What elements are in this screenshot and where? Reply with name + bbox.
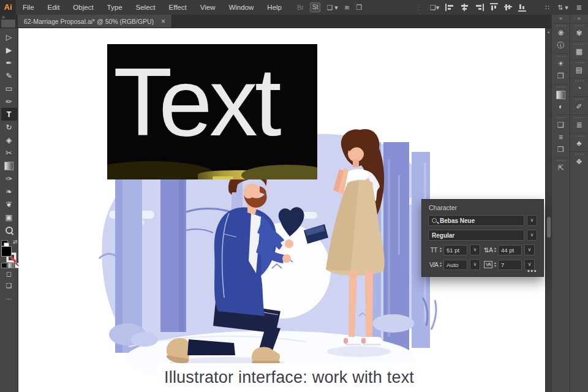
font-size-value[interactable]: 51 pt xyxy=(443,245,467,255)
drag-handle[interactable] xyxy=(557,86,565,88)
menu-file[interactable]: File xyxy=(16,0,41,15)
font-size-dropdown-icon[interactable]: ∨ xyxy=(470,244,480,255)
menu-view[interactable]: View xyxy=(194,0,222,15)
tracking-value[interactable]: 7 xyxy=(498,260,522,270)
workspace-switcher-icon[interactable]: ❏ ▾ xyxy=(326,4,337,12)
feather-icon[interactable]: ≋ xyxy=(344,4,350,12)
app-logo[interactable]: Ai xyxy=(0,0,16,15)
menu-object[interactable]: Object xyxy=(66,0,100,15)
color-mode-icon[interactable] xyxy=(1,263,7,268)
drag-handle[interactable] xyxy=(557,25,565,26)
align-right-icon[interactable] xyxy=(475,4,484,11)
layers-panel-icon[interactable]: ❖ xyxy=(570,156,588,168)
pen-tool[interactable]: ✒ xyxy=(1,56,17,69)
brushes-panel-icon[interactable]: ✐ xyxy=(570,100,588,113)
appearance-panel-icon[interactable]: ☀ xyxy=(552,58,570,70)
document-tab[interactable]: 62-Marriage Proposal.ai* @ 50% (RGB/GPU)… xyxy=(18,15,172,28)
stroke-panel-icon[interactable]: ≣ xyxy=(570,119,588,131)
artboard-tool[interactable]: ▣ xyxy=(1,211,17,224)
document-setup-icon[interactable]: ❏▾ xyxy=(430,4,439,12)
tracking-stepper[interactable]: ▴▾ xyxy=(494,262,496,268)
menu-type[interactable]: Type xyxy=(100,0,129,15)
menu-help[interactable]: Help xyxy=(260,0,288,15)
fill-color-swatch[interactable] xyxy=(1,246,12,257)
font-style-dropdown-icon[interactable]: ∨ xyxy=(527,230,537,241)
drag-handle[interactable] xyxy=(557,117,565,118)
kerning-dropdown-icon[interactable]: ∨ xyxy=(470,259,480,270)
kerning-value[interactable]: Auto xyxy=(443,260,467,270)
direct-selection-tool[interactable]: ▶ xyxy=(1,43,17,56)
graphic-styles-panel-icon[interactable]: ❐ xyxy=(552,70,570,82)
character-panel[interactable]: Character Bebas Neue ∨ Regular ∨ TT ▴▾ 5… xyxy=(421,199,544,277)
align-left-icon[interactable] xyxy=(445,4,454,11)
document-list-icon[interactable]: ≣ xyxy=(576,4,582,12)
rotate-tool[interactable]: ↻ xyxy=(1,121,17,134)
gradient-mode-icon[interactable] xyxy=(8,263,14,268)
zoom-tool[interactable] xyxy=(1,224,17,236)
type-tool[interactable]: T xyxy=(1,108,17,121)
drag-handle[interactable] xyxy=(557,56,565,57)
menu-effect[interactable]: Effect xyxy=(162,0,194,15)
scroll-up-icon[interactable]: ▴ xyxy=(546,29,551,34)
drag-handle[interactable] xyxy=(557,160,565,161)
leading-value[interactable]: 44 pt xyxy=(498,245,522,255)
transparency-panel-icon[interactable]: ◐ xyxy=(552,100,570,113)
vertical-scrollbar[interactable]: ▴ xyxy=(545,28,551,392)
symbols-panel-icon[interactable]: ♣ xyxy=(570,137,588,149)
arrange-documents-icon[interactable]: ⇅ ▾ xyxy=(557,4,568,12)
align-middle-icon[interactable] xyxy=(504,4,512,11)
align-panel-icon[interactable]: ≡ xyxy=(552,131,570,143)
symbol-sprayer-tool[interactable]: ❦ xyxy=(1,198,17,211)
default-swatches-icon[interactable] xyxy=(1,240,8,246)
paintbrush-tool[interactable]: ✏ xyxy=(1,95,17,108)
font-family-field[interactable]: Bebas Neue xyxy=(428,215,524,226)
touch-type-icon[interactable]: ❒ xyxy=(356,4,362,12)
leading-dropdown-icon[interactable]: ∨ xyxy=(524,244,535,255)
leading-stepper[interactable]: ▴▾ xyxy=(494,247,496,253)
eraser-tool[interactable]: ◈ xyxy=(1,134,17,146)
color-guide-panel-icon[interactable]: ▦ xyxy=(570,45,588,58)
adobe-stock-icon[interactable]: St xyxy=(310,2,320,12)
hand-tool[interactable]: ❧ xyxy=(1,185,17,198)
menu-edit[interactable]: Edit xyxy=(41,0,67,15)
draw-mode-icon[interactable]: ◻ xyxy=(6,268,12,280)
align-center-icon[interactable] xyxy=(461,4,469,11)
gradient-library-panel-icon[interactable]: ◔ xyxy=(570,82,588,94)
eyedropper-tool[interactable]: ✑ xyxy=(1,172,17,185)
transform-panel-icon[interactable]: ❏ xyxy=(552,119,570,131)
align-top-icon[interactable] xyxy=(490,3,498,12)
info-panel-icon[interactable]: ⓘ xyxy=(552,39,570,51)
drag-handle[interactable] xyxy=(575,62,584,63)
gradient-tool[interactable] xyxy=(1,159,17,172)
kerning-stepper[interactable]: ▴▾ xyxy=(440,262,442,268)
curvature-tool[interactable]: ✎ xyxy=(1,69,17,82)
menu-window[interactable]: Window xyxy=(222,0,260,15)
text-object[interactable]: Text xyxy=(107,44,317,179)
rectangle-tool[interactable]: ▭ xyxy=(1,82,17,95)
panel-more-icon[interactable]: ••• xyxy=(527,267,537,274)
collapse-dock-icon[interactable]: « xyxy=(570,15,588,23)
font-family-dropdown-icon[interactable]: ∨ xyxy=(527,215,537,226)
properties-panel-icon[interactable]: ❋ xyxy=(552,27,570,39)
pathfinder-panel-icon[interactable]: ❒ xyxy=(552,143,570,156)
swap-fill-stroke-icon[interactable]: ⇄ xyxy=(13,239,18,245)
drag-handle[interactable] xyxy=(575,99,584,100)
scrollbar-thumb[interactable] xyxy=(547,217,551,238)
drag-handle[interactable] xyxy=(575,154,584,155)
drag-handle[interactable] xyxy=(575,25,584,26)
drag-handle[interactable] xyxy=(575,80,584,81)
snap-grid-icon[interactable]: ∷ xyxy=(545,4,549,12)
scissors-tool[interactable]: ✂ xyxy=(1,146,17,159)
text-object-content[interactable]: Text xyxy=(113,51,279,153)
font-style-field[interactable]: Regular xyxy=(428,230,524,241)
gradient-panel-icon[interactable] xyxy=(552,88,570,100)
screen-mode-icon[interactable]: ❏ xyxy=(6,280,12,292)
bridge-icon[interactable]: Br xyxy=(297,4,304,11)
swatches-panel-icon[interactable]: ▤ xyxy=(570,64,588,76)
selection-tool[interactable]: ▷ xyxy=(1,31,17,43)
color-panel-icon[interactable]: ✾ xyxy=(570,27,588,39)
close-tab-icon[interactable]: × xyxy=(161,18,165,24)
collapse-dock-icon[interactable]: « xyxy=(552,15,570,23)
edit-toolbar-icon[interactable]: … xyxy=(6,294,12,301)
drag-handle[interactable] xyxy=(575,135,584,137)
